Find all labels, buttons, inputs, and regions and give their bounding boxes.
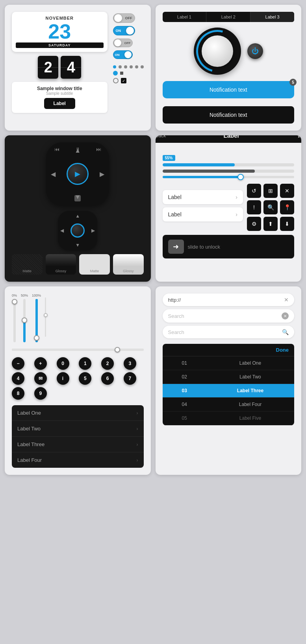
icon-btn-5[interactable]: 🔍 [263,200,278,214]
list-item-1[interactable]: Label One › [12,405,144,421]
step-1[interactable]: 1 [79,357,91,370]
icon-btn-6[interactable]: 📍 [280,200,294,214]
vslider-track-100[interactable] [35,299,38,342]
tab-3[interactable]: Label 3 [250,12,294,22]
picker-num-01[interactable]: 01 [163,356,207,370]
step-9[interactable]: 9 [34,387,47,400]
vslider-track-0[interactable] [13,299,16,342]
icon-btn-7[interactable]: ⚙ [247,217,261,231]
slider-track-1[interactable] [163,176,295,178]
mini-down[interactable]: ▼ [75,242,80,248]
vslider-knob-50[interactable] [22,317,27,323]
back-button[interactable]: Back [156,135,166,138]
radio-dot-6[interactable] [141,65,144,68]
radio-dot-3[interactable] [124,65,127,68]
picker-label-4[interactable]: Label Four [206,398,294,411]
radio-dot-5[interactable] [135,65,138,68]
icon-btn-1[interactable]: ↺ [247,184,261,198]
knob-area: ⏻ [163,28,295,75]
vslider-knob-0[interactable] [12,299,17,304]
dpad-left[interactable]: ◀ [51,170,56,178]
picker-label-1[interactable]: Label One [206,356,294,370]
vslider-thin-knob[interactable] [44,313,48,317]
toggle-on-1[interactable]: ON [113,26,135,35]
radio-dot-4[interactable] [130,65,133,68]
notification-text-2: Notification text [210,112,247,118]
rewind-btn[interactable]: ⏮ [54,146,59,152]
radio-dot-1[interactable] [113,65,116,68]
picker-done-btn[interactable]: Done [276,347,289,353]
vslider-knob-100[interactable] [34,335,39,341]
mini-center[interactable] [70,223,85,238]
picker-col-labels: Label One Label Two Label Three Label Fo… [206,356,294,425]
toggle-off-2[interactable]: OFF [113,39,133,47]
step-3[interactable]: 3 [124,357,136,370]
search-input-1[interactable]: Search ✕ [163,309,295,323]
icon-btn-9[interactable]: ⬇ [280,217,294,231]
mini-right[interactable]: ▶ [91,228,95,233]
icon-btn-8[interactable]: ⬆ [263,217,278,231]
tab-1[interactable]: Label 1 [163,12,207,22]
radio-dot-2[interactable] [119,65,122,68]
step-minus[interactable]: − [12,357,24,370]
step-4[interactable]: 4 [12,372,24,385]
slide-arrow[interactable]: ➜ [168,240,184,254]
checkbox-checked[interactable]: ✓ [121,78,126,83]
ff-btn[interactable]: ⏭ [96,146,101,152]
h-slider[interactable] [12,349,144,351]
step-2[interactable]: 2 [101,357,114,370]
radio-large-1[interactable] [113,71,118,76]
icon-btn-3[interactable]: ✕ [280,184,294,198]
h-slider-knob[interactable] [115,347,120,352]
toggle-off-1[interactable]: OFF [113,13,135,23]
tab-2[interactable]: Label 2 [206,12,250,22]
window-button[interactable]: Label [44,98,75,109]
toggle-on-2[interactable]: ON [113,50,133,59]
share-button[interactable]: ⬆ [297,135,301,139]
vslider-thin-track[interactable] [45,297,46,337]
step-info[interactable]: i [57,372,69,385]
mini-left[interactable]: ◀ [60,228,64,233]
picker-num-03[interactable]: 03 [163,384,207,398]
search-clear-btn[interactable]: ✕ [282,312,289,319]
label-button-1[interactable]: Label › [163,190,243,204]
step-0[interactable]: 0 [57,357,69,370]
volume-knob[interactable] [194,28,241,75]
list-item-3[interactable]: Label Three › [12,437,144,452]
step-7[interactable]: 7 [124,372,136,385]
url-clear-btn[interactable]: ✕ [284,297,289,303]
dpad-right[interactable]: ▶ [100,170,104,178]
vslider-track-50[interactable] [23,299,26,342]
picker-label-2[interactable]: Label Two [206,370,294,384]
step-8[interactable]: 8 [12,387,24,400]
step-6[interactable]: 6 [101,372,114,385]
pause-btn[interactable]: ⏸ [75,146,80,152]
url-input[interactable]: http:// ✕ [163,293,295,306]
picker-label-3[interactable]: Label Three [206,384,294,398]
picker-label-5[interactable]: Label Five [206,411,294,425]
picker-num-02[interactable]: 02 [163,370,207,384]
label-button-2[interactable]: Label › [163,207,243,221]
step-plus[interactable]: + [34,357,47,370]
picker-num-04[interactable]: 04 [163,398,207,411]
list-item-2[interactable]: Label Two › [12,421,144,437]
radio-empty[interactable] [113,78,119,83]
mini-up[interactable]: ▲ [75,213,80,219]
slide-to-unlock[interactable]: ➜ slide to unlock [163,235,295,258]
step-5[interactable]: 5 [79,372,91,385]
search-icon[interactable]: 🔍 [282,329,289,335]
icon-btn-2[interactable]: ⊞ [263,184,278,198]
list-item-4[interactable]: Label Four › [12,452,144,468]
url-value[interactable]: http:// [168,297,284,303]
dpad-section: ▲ ▼ ◀ ▶ ⏮ ⏸ ⏭ ▶ [12,142,144,205]
list-item-arrow-3: › [137,442,138,447]
flip-digit-2: 4 [61,56,81,79]
icon-btn-4[interactable]: ! [247,200,261,214]
step-mail[interactable]: ✉ [34,372,47,385]
slider-knob-1[interactable] [237,174,244,180]
play-btn[interactable]: ▶ [67,163,89,185]
dpad-down[interactable]: ▼ [74,194,81,201]
picker-num-05[interactable]: 05 [163,411,207,425]
search-input-2[interactable]: Search 🔍 [163,326,295,338]
power-button[interactable]: ⏻ [247,43,263,59]
